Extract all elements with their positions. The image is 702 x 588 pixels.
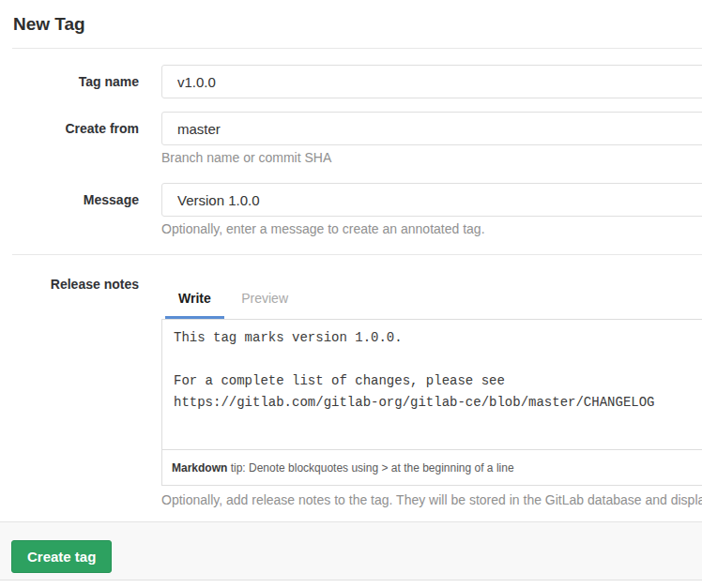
tag-name-label: Tag name <box>0 65 139 90</box>
create-tag-button[interactable]: Create tag <box>11 540 112 573</box>
release-notes-control: Write Preview This tag marks version 1.0… <box>161 276 702 521</box>
create-from-input[interactable] <box>161 112 702 145</box>
release-notes-help: Optionally, add release notes to the tag… <box>161 492 702 508</box>
release-notes-label: Release notes <box>0 276 139 293</box>
message-input[interactable] <box>161 183 702 217</box>
message-help: Optionally, enter a message to create an… <box>161 221 702 237</box>
create-from-help: Branch name or commit SHA <box>161 150 702 166</box>
tab-preview[interactable]: Preview <box>228 276 301 319</box>
tag-name-row: Tag name <box>0 65 702 98</box>
message-row: Message Optionally, enter a message to c… <box>0 183 702 237</box>
markdown-tabs: Write Preview <box>161 276 702 319</box>
page-title: New Tag <box>13 13 702 36</box>
message-control: Optionally, enter a message to create an… <box>161 183 702 237</box>
release-notes-textarea[interactable]: This tag marks version 1.0.0. For a comp… <box>161 319 702 450</box>
create-from-label: Create from <box>0 112 139 137</box>
section-divider <box>12 254 702 255</box>
title-divider <box>12 48 702 49</box>
release-notes-row: Release notes Write Preview This tag mar… <box>0 276 702 521</box>
tag-name-input[interactable] <box>161 65 702 98</box>
markdown-tip-text: tip: Denote blockquotes using > at the b… <box>227 461 513 475</box>
new-tag-page: New Tag Tag name Create from Branch name… <box>0 0 702 588</box>
markdown-tip-bar: Markdown tip: Denote blockquotes using >… <box>161 450 702 486</box>
form-actions-bar: Create tag <box>0 521 702 580</box>
message-label: Message <box>0 183 139 208</box>
tab-write[interactable]: Write <box>165 276 224 319</box>
tag-name-control <box>161 65 702 98</box>
create-from-control: Branch name or commit SHA <box>161 112 702 166</box>
create-from-row: Create from Branch name or commit SHA <box>0 112 702 166</box>
markdown-tip-bold: Markdown <box>172 461 227 475</box>
new-tag-form: Tag name Create from Branch name or comm… <box>0 65 702 580</box>
